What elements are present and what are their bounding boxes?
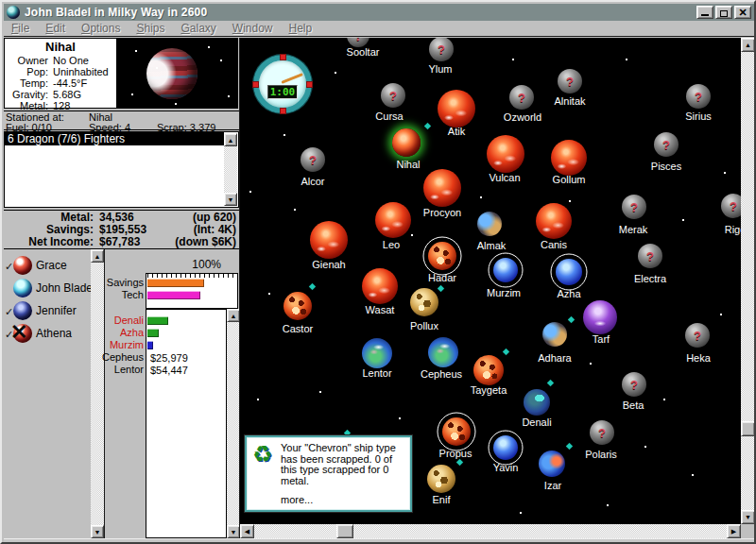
menu-item-help[interactable]: Help bbox=[289, 22, 313, 35]
player-planet-icon bbox=[13, 279, 32, 298]
player-row-john-bladel[interactable]: John Bladel bbox=[4, 278, 91, 300]
planet-label: Atik bbox=[448, 126, 465, 137]
menu-item-options[interactable]: Options bbox=[81, 22, 120, 35]
question-mark-icon: ? bbox=[354, 38, 362, 43]
scroll-down-arrow[interactable]: ▼ bbox=[91, 525, 104, 538]
scroll-right-arrow[interactable]: ▶ bbox=[727, 524, 741, 538]
ship-dot[interactable] bbox=[424, 123, 431, 129]
question-mark-icon: ? bbox=[630, 378, 638, 392]
ship-dot[interactable] bbox=[438, 285, 444, 292]
menu-item-galaxy[interactable]: Galaxy bbox=[180, 22, 215, 35]
planet-label: Polaris bbox=[585, 449, 617, 460]
menu-item-edit[interactable]: Edit bbox=[45, 22, 65, 35]
window-controls: ✕ bbox=[696, 6, 751, 19]
stationed-value: Nihal bbox=[89, 112, 112, 122]
planet-label: Cursa bbox=[375, 110, 403, 122]
star bbox=[512, 59, 514, 60]
ship-list-scrollbar[interactable]: ▲ ▼ bbox=[224, 133, 237, 206]
planet-orb bbox=[493, 258, 518, 282]
turn-timer-clock[interactable]: 1:00 bbox=[253, 55, 312, 113]
ship-dot[interactable] bbox=[547, 380, 554, 386]
planet-label: Adhara bbox=[538, 352, 571, 364]
chart-row-label: Tech bbox=[122, 289, 144, 300]
planet-orb: ? bbox=[509, 85, 534, 110]
ship-dot[interactable] bbox=[566, 443, 573, 450]
chart-row-label: Denali bbox=[114, 314, 144, 326]
planet-label: Azha bbox=[557, 288, 580, 299]
planet-info-panel: Nihal OwnerNo OnePop:UninhabitedTemp:-44… bbox=[4, 38, 117, 109]
menu-item-ships[interactable]: Ships bbox=[136, 22, 164, 35]
player-row-grace[interactable]: ✓Grace bbox=[4, 255, 91, 278]
restore-button[interactable] bbox=[715, 6, 732, 19]
menu-item-window[interactable]: Window bbox=[232, 22, 273, 35]
question-mark-icon: ? bbox=[662, 138, 670, 152]
app-icon bbox=[7, 6, 20, 19]
star bbox=[257, 399, 259, 400]
title-bar[interactable]: John Bladel in Milky Way in 2600 ✕ bbox=[4, 4, 754, 21]
planet-orb bbox=[542, 322, 567, 347]
minimize-button[interactable] bbox=[696, 6, 713, 19]
ship-dot[interactable] bbox=[568, 316, 575, 323]
vscroll-thumb[interactable] bbox=[741, 421, 755, 436]
ship-dot[interactable] bbox=[456, 459, 463, 466]
map-vscrollbar[interactable]: ▲ ▼ bbox=[741, 38, 755, 524]
chart-scale-label: 100% bbox=[168, 258, 221, 271]
player-row-athena[interactable]: ✓✕Athena bbox=[4, 323, 91, 346]
scroll-left-arrow[interactable]: ◀ bbox=[240, 524, 254, 538]
close-button[interactable]: ✕ bbox=[734, 6, 751, 19]
planet-orb bbox=[442, 417, 471, 446]
ship-list-item[interactable]: 6 Dragon (7/6) Fighters bbox=[5, 132, 224, 145]
scroll-down-arrow[interactable]: ▼ bbox=[227, 525, 240, 538]
planet-label: Gienah bbox=[312, 259, 345, 270]
star bbox=[626, 59, 627, 60]
chart-row-label: Murzim bbox=[110, 339, 144, 350]
planet-label: Canis bbox=[541, 239, 567, 250]
player-list-scrollbar[interactable]: ▲ ▼ bbox=[91, 249, 104, 538]
restore-icon bbox=[720, 10, 728, 17]
chart-bar bbox=[147, 341, 153, 349]
scroll-up-arrow[interactable]: ▲ bbox=[224, 133, 237, 146]
player-name: John Bladel bbox=[36, 281, 95, 295]
scroll-up-arrow[interactable]: ▲ bbox=[91, 249, 104, 263]
star bbox=[175, 103, 177, 105]
scroll-up-arrow[interactable]: ▲ bbox=[227, 309, 240, 322]
scroll-down-arrow[interactable]: ▼ bbox=[224, 193, 237, 206]
info-label: Gravity: bbox=[7, 89, 48, 100]
star bbox=[131, 94, 133, 95]
star bbox=[480, 196, 482, 198]
scroll-down-arrow[interactable]: ▼ bbox=[741, 510, 755, 524]
ship-dot[interactable] bbox=[309, 283, 316, 290]
question-mark-icon: ? bbox=[438, 42, 445, 57]
chart-scrollbar[interactable]: ▲ ▼ bbox=[227, 309, 240, 538]
menu-bar: FileEditOptionsShipsGalaxyWindowHelp bbox=[4, 21, 754, 37]
planet-label: Castor bbox=[283, 323, 313, 334]
clock-time: 1:00 bbox=[267, 85, 298, 99]
chart-value: $54,447 bbox=[150, 365, 188, 376]
planet-orb bbox=[477, 212, 502, 236]
message-box[interactable]: ♻ Your "Chevron" ship type has been scra… bbox=[245, 435, 412, 512]
player-name: Grace bbox=[36, 259, 67, 272]
planet-orb: ? bbox=[721, 194, 741, 218]
star bbox=[692, 474, 694, 476]
chart-row-label: Savings bbox=[107, 277, 144, 288]
message-text-block: Your "Chevron" ship type has been scrapp… bbox=[281, 443, 406, 506]
menu-item-file[interactable]: File bbox=[11, 22, 29, 35]
scroll-up-arrow[interactable]: ▲ bbox=[741, 38, 755, 52]
planet-orb bbox=[438, 90, 475, 128]
hscroll-thumb[interactable] bbox=[336, 524, 353, 538]
planet-label: Leo bbox=[383, 239, 400, 250]
planet-orb bbox=[428, 242, 456, 270]
ship-dot[interactable] bbox=[503, 348, 509, 355]
planet-label: Sirius bbox=[685, 110, 712, 122]
planet-orb bbox=[284, 292, 312, 320]
planet-orb: ? bbox=[381, 83, 405, 108]
player-list: ✓GraceJohn Bladel✓Jennifer✓✕Athena bbox=[4, 249, 91, 538]
message-more-link[interactable]: more... bbox=[281, 495, 406, 506]
question-mark-icon: ? bbox=[630, 200, 638, 214]
ship-list[interactable]: 6 Dragon (7/6) Fighters ▲ ▼ bbox=[4, 131, 239, 208]
question-mark-icon: ? bbox=[389, 89, 397, 103]
planet-orb: ? bbox=[429, 38, 454, 61]
star bbox=[682, 219, 684, 221]
map-hscrollbar[interactable]: ◀ ▶ bbox=[240, 524, 741, 538]
planet-label: Almak bbox=[477, 240, 507, 251]
